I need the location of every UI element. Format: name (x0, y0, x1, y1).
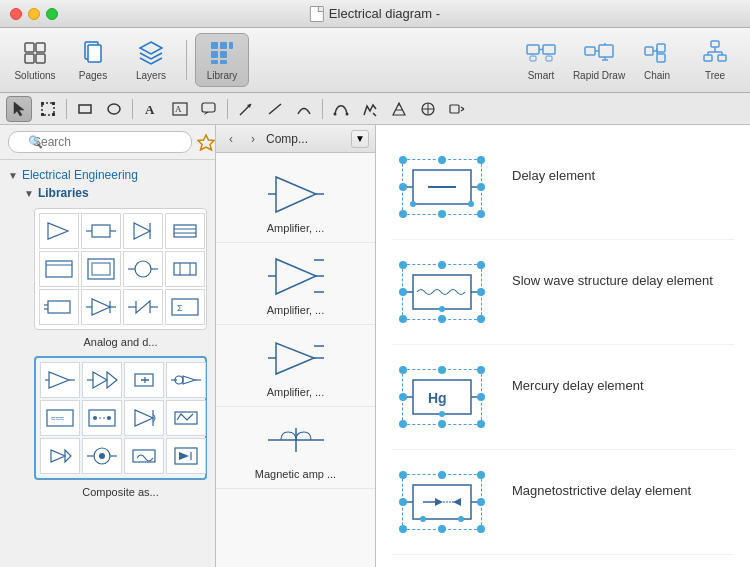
tool-separator-3 (227, 99, 228, 119)
arc-tool[interactable] (291, 96, 317, 122)
titlebar: Electrical diagram - (0, 0, 750, 28)
handle-tl (399, 156, 407, 164)
component-preview-mercury: Hg (392, 357, 492, 437)
search-input[interactable] (8, 131, 192, 153)
svg-rect-15 (543, 45, 555, 54)
svg-point-113 (93, 416, 97, 420)
breadcrumb-dropdown[interactable]: ▼ (351, 130, 369, 148)
star-icon (197, 133, 215, 151)
lib-cell (39, 213, 79, 249)
symbol-preview (266, 415, 326, 465)
tree-button[interactable]: Tree (688, 33, 742, 87)
middle-header: ‹ › Comp... ▼ (216, 125, 375, 153)
svg-rect-19 (585, 47, 595, 55)
callout-tool[interactable] (196, 96, 222, 122)
component-preview-delay (392, 147, 492, 227)
rapid-draw-button[interactable]: Rapid Draw (572, 33, 626, 87)
svg-point-79 (135, 261, 151, 277)
line-icon (267, 101, 283, 117)
lib-cell (123, 251, 163, 287)
lib-cell: Σ (165, 289, 205, 325)
svg-marker-66 (48, 223, 68, 239)
pen2-tool[interactable] (386, 96, 412, 122)
svg-rect-94 (172, 299, 198, 315)
svg-line-55 (373, 113, 376, 116)
selection-box (402, 159, 482, 215)
arc-icon (296, 101, 312, 117)
svg-text:A: A (175, 104, 182, 114)
maximize-button[interactable] (46, 8, 58, 20)
item-label: Magnetic amp ... (255, 468, 336, 480)
svg-text:Σ: Σ (177, 303, 183, 313)
smart-button[interactable]: Smart (514, 33, 568, 87)
svg-marker-6 (140, 42, 162, 54)
tree-root[interactable]: ▼ Electrical Engineering (8, 166, 207, 184)
lib-cell: ≈≈≈ (40, 400, 80, 436)
text-box-tool[interactable]: A (167, 96, 193, 122)
handle-tr (477, 156, 485, 164)
svg-rect-28 (657, 54, 665, 62)
svg-rect-40 (52, 102, 55, 105)
pen2-icon (391, 101, 407, 117)
slow-wave-svg (403, 265, 481, 319)
svg-rect-82 (174, 263, 196, 275)
symbol-preview (266, 169, 326, 219)
select-tool[interactable] (6, 96, 32, 122)
close-button[interactable] (10, 8, 22, 20)
rectangle-tool[interactable] (72, 96, 98, 122)
layers-button[interactable]: Layers (124, 33, 178, 87)
tool-separator-4 (322, 99, 323, 119)
item-label: Amplifier, ... (267, 304, 324, 316)
list-item[interactable]: Amplifier, ... (216, 243, 375, 325)
pen1-tool[interactable] (357, 96, 383, 122)
list-item[interactable]: Magnetic amp ... (216, 407, 375, 489)
pen3-tool[interactable] (415, 96, 441, 122)
solutions-button[interactable]: Solutions (8, 33, 62, 87)
lib-cell (40, 362, 80, 398)
handle-tc (438, 261, 446, 269)
svg-line-52 (269, 104, 281, 114)
lib-cell (81, 213, 121, 249)
handle-br (477, 525, 485, 533)
svg-rect-21 (599, 45, 613, 57)
line-tool[interactable] (262, 96, 288, 122)
handle-tc (438, 366, 446, 374)
ellipse-tool[interactable] (101, 96, 127, 122)
bezier-tool[interactable] (328, 96, 354, 122)
pages-button[interactable]: Pages (66, 33, 120, 87)
library-grid-composite[interactable]: ≈≈≈ (34, 356, 207, 480)
window-title: Electrical diagram - (310, 6, 440, 22)
lib-cell (166, 400, 206, 436)
tree-expand-icon: ▼ (8, 170, 18, 181)
drawing-toolbar: A A (0, 93, 750, 125)
text-tool[interactable]: A (138, 96, 164, 122)
lib-cell (123, 213, 163, 249)
svg-marker-161 (453, 498, 461, 506)
component-row: Delay element (392, 135, 734, 240)
arrow-tool[interactable] (233, 96, 259, 122)
svg-rect-8 (220, 42, 227, 49)
lib-cell (82, 362, 122, 398)
handle-bc (438, 420, 446, 428)
favorites-button[interactable] (197, 131, 215, 153)
svg-rect-0 (25, 43, 34, 52)
minimize-button[interactable] (28, 8, 40, 20)
nav-forward-button[interactable]: › (244, 130, 262, 148)
lib-cell (82, 400, 122, 436)
library-button[interactable]: Library (195, 33, 249, 87)
handle-bc (438, 315, 446, 323)
pages-icon (79, 39, 107, 67)
list-item[interactable]: Amplifier, ... (216, 325, 375, 407)
svg-rect-7 (211, 42, 218, 49)
tree-libraries[interactable]: ▼ Libraries (24, 184, 207, 202)
library-grid-analog[interactable]: Σ (34, 208, 207, 330)
select-box-tool[interactable] (35, 96, 61, 122)
document-icon (310, 6, 324, 22)
svg-point-165 (458, 516, 464, 522)
actions-tool[interactable] (444, 96, 470, 122)
libraries-expand-icon: ▼ (24, 188, 34, 199)
chain-button[interactable]: Chain (630, 33, 684, 87)
nav-back-button[interactable]: ‹ (222, 130, 240, 148)
list-item[interactable]: Amplifier, ... (216, 161, 375, 243)
handle-mr (477, 498, 485, 506)
